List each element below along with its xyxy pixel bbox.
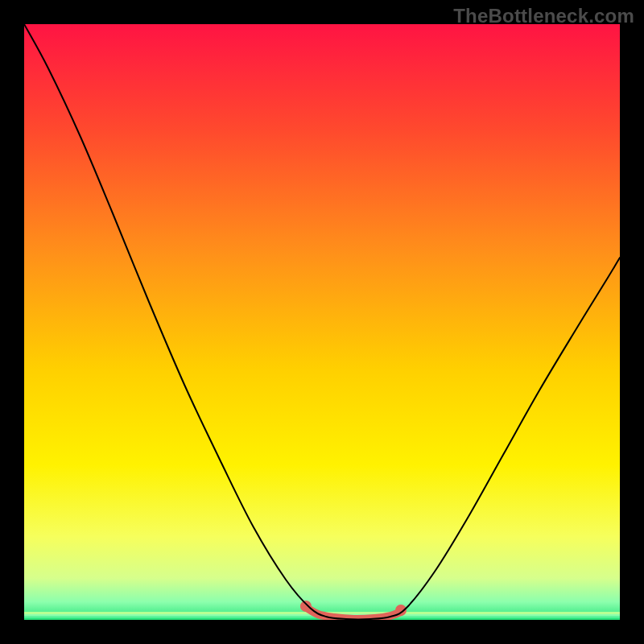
gradient-background [24,24,620,620]
watermark-text: TheBottleneck.com [453,5,634,27]
bottleneck-chart [0,0,644,644]
chart-frame: TheBottleneck.com [0,0,644,644]
svg-point-5 [300,601,312,612]
